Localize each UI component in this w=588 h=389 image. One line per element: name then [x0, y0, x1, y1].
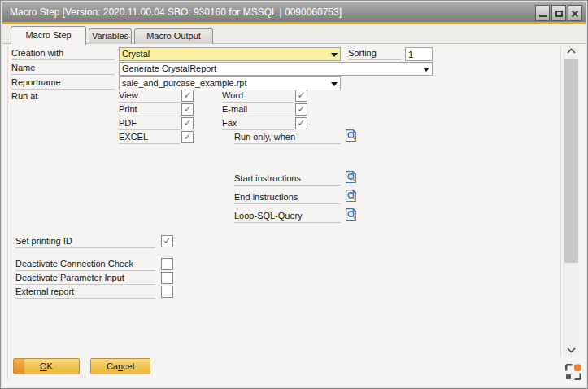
- resize-grip[interactable]: [565, 364, 581, 380]
- chevron-up-icon: [566, 48, 577, 55]
- run-at-excel-label: EXCEL: [119, 132, 180, 144]
- checkbox-external-report[interactable]: [161, 286, 173, 298]
- dropdown-arrow-icon: [331, 82, 338, 86]
- loop-sql-query-label: Loop-SQL-Query: [234, 211, 341, 223]
- document-magnifier-icon: [345, 208, 358, 221]
- deactivate-connection-check-label: Deactivate Connection Check: [15, 259, 155, 271]
- dropdown-arrow-icon: [331, 53, 338, 57]
- loop-sql-query-editor-button[interactable]: [345, 208, 358, 221]
- scroll-up-button[interactable]: [563, 46, 580, 57]
- checkbox-pdf[interactable]: ✓: [181, 117, 194, 129]
- name-value: Generate CrystalReport: [122, 63, 216, 73]
- checkbox-view[interactable]: ✓: [181, 90, 194, 102]
- name-dropdown[interactable]: Generate CrystalReport: [119, 62, 433, 76]
- ok-button-focus-strip: [14, 359, 24, 374]
- set-printing-id-label: Set printing ID: [15, 236, 155, 248]
- minimize-icon: [539, 15, 547, 17]
- external-report-label: External report: [15, 286, 155, 299]
- start-instructions-label: Start instructions: [234, 173, 341, 186]
- reportname-value: sale_and_purcase_example.rpt: [122, 78, 247, 88]
- document-magnifier-icon: [345, 189, 358, 203]
- tab-label: Macro Step: [25, 30, 71, 40]
- minimize-button[interactable]: [535, 5, 550, 21]
- cancel-button[interactable]: Cancel: [90, 358, 150, 374]
- scrollbar-thumb[interactable]: [564, 59, 578, 263]
- reportname-label: Reportname: [11, 77, 115, 90]
- checkbox-deactivate-connection-check[interactable]: [161, 258, 173, 270]
- panel-left-edge: [7, 46, 8, 380]
- tab-macro-step[interactable]: Macro Step: [11, 26, 86, 45]
- maximize-icon: [555, 11, 563, 17]
- creation-with-dropdown[interactable]: Crystal: [119, 47, 341, 61]
- reportname-dropdown[interactable]: sale_and_purcase_example.rpt: [119, 76, 341, 90]
- window-title: Macro Step [Version: 2020.11.00.04 SBO: …: [10, 7, 342, 18]
- checkbox-word[interactable]: ✓: [295, 90, 307, 102]
- checkbox-fax[interactable]: ✓: [295, 117, 307, 129]
- titlebar[interactable]: Macro Step [Version: 2020.11.00.04 SBO: …: [2, 2, 586, 22]
- cancel-button-label: Cancel: [107, 361, 134, 371]
- checkbox-email[interactable]: ✓: [295, 103, 307, 116]
- run-at-pdf-label: PDF: [119, 118, 180, 130]
- vertical-scrollbar[interactable]: [563, 45, 580, 356]
- run-at-fax-label: Fax: [222, 118, 294, 130]
- document-magnifier-icon: [345, 170, 358, 184]
- checkbox-deactivate-parameter-input[interactable]: [161, 272, 173, 284]
- resize-grip-icon: [565, 364, 581, 380]
- end-instructions-editor-button[interactable]: [345, 189, 358, 203]
- checkbox-print[interactable]: ✓: [181, 103, 194, 116]
- macro-step-window: Macro Step [Version: 2020.11.00.04 SBO: …: [0, 0, 588, 389]
- deactivate-parameter-input-label: Deactivate Parameter Input: [15, 273, 155, 285]
- scroll-down-button[interactable]: [563, 344, 580, 356]
- run-only-when-editor-button[interactable]: [345, 129, 358, 142]
- name-label: Name: [11, 63, 115, 75]
- run-at-word-label: Word: [222, 90, 294, 103]
- tab-variables[interactable]: Variables: [89, 28, 132, 44]
- close-button[interactable]: [568, 5, 582, 21]
- checkbox-excel[interactable]: ✓: [181, 131, 194, 143]
- creation-with-value: Crystal: [122, 49, 150, 59]
- run-at-print-label: Print: [119, 104, 180, 116]
- chevron-down-icon: [566, 347, 577, 353]
- document-magnifier-icon: [345, 129, 358, 142]
- creation-with-label: Creation with: [11, 48, 115, 60]
- panel-right-edge: [560, 46, 561, 356]
- dropdown-arrow-icon: [423, 68, 429, 72]
- run-at-view-label: View: [119, 90, 180, 103]
- ok-button[interactable]: OK: [13, 358, 80, 374]
- close-icon: [571, 10, 579, 18]
- sorting-input[interactable]: [405, 47, 433, 61]
- ok-button-label: OK: [40, 361, 53, 371]
- tab-bar: Macro Step Variables Macro Output: [2, 24, 586, 44]
- tab-macro-output[interactable]: Macro Output: [134, 28, 213, 44]
- sorting-label: Sorting: [348, 48, 402, 60]
- end-instructions-label: End instructions: [234, 192, 341, 204]
- tab-label: Macro Output: [146, 31, 201, 41]
- run-at-email-label: E-mail: [222, 104, 294, 116]
- window-controls: [535, 5, 582, 21]
- start-instructions-editor-button[interactable]: [345, 170, 358, 184]
- run-only-when-label: Run only, when: [234, 132, 341, 144]
- checkbox-set-printing-id[interactable]: ✓: [161, 235, 173, 247]
- tab-label: Variables: [92, 31, 128, 41]
- maximize-button[interactable]: [551, 5, 566, 21]
- run-at-label: Run at: [11, 91, 115, 103]
